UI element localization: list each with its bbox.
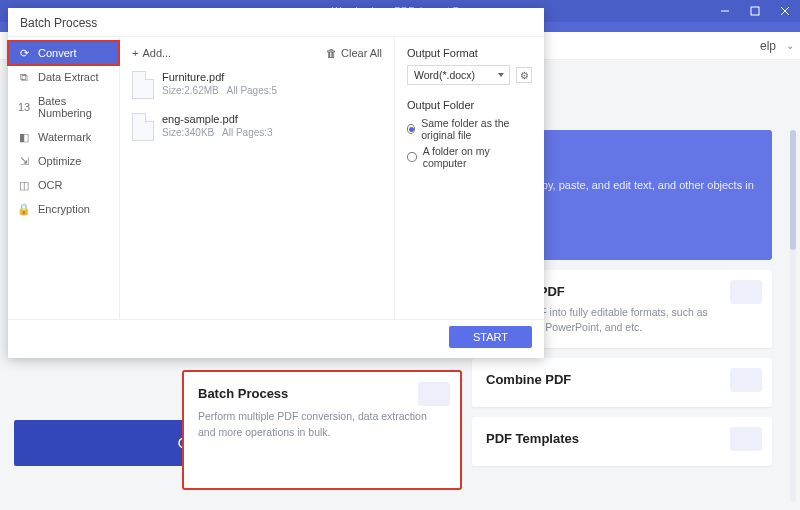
close-button[interactable] <box>770 0 800 22</box>
batch-process-dialog: Batch Process ⟳ Convert ⧉ Data Extract 1… <box>8 8 544 358</box>
ocr-icon: ◫ <box>18 179 30 191</box>
file-name: eng-sample.pdf <box>162 113 273 125</box>
sidebar-bates-label: Bates Numbering <box>38 95 109 119</box>
file-row[interactable]: Furniture.pdf Size:2.62MB All Pages:5 <box>132 67 382 109</box>
output-format-label: Output Format <box>407 47 532 59</box>
format-settings-button[interactable]: ⚙ <box>516 67 532 83</box>
batch-process-card[interactable]: Batch Process Perform multiple PDF conve… <box>182 370 462 490</box>
batch-title: Batch Process <box>198 386 446 401</box>
pdf-templates-card[interactable]: PDF Templates <box>472 417 772 466</box>
combine-pdf-card[interactable]: Combine PDF <box>472 358 772 407</box>
templates-title: PDF Templates <box>486 431 758 446</box>
menu-help-label: elp <box>760 39 776 53</box>
window-controls <box>710 0 800 22</box>
radio-custom-label: A folder on my computer <box>423 145 532 169</box>
minimize-button[interactable] <box>710 0 740 22</box>
scrollbar-thumb[interactable] <box>790 130 796 250</box>
number-icon: 13 <box>18 101 30 113</box>
convert-icon <box>730 280 762 304</box>
radio-same-folder[interactable]: Same folder as the original file <box>407 117 532 141</box>
file-row[interactable]: eng-sample.pdf Size:340KB All Pages:3 <box>132 109 382 151</box>
start-label: START <box>473 331 508 343</box>
file-pages: All Pages:5 <box>227 85 278 96</box>
radio-same-label: Same folder as the original file <box>421 117 532 141</box>
chevron-down-icon[interactable]: ⌄ <box>786 40 794 51</box>
sidebar-encryption-label: Encryption <box>38 203 90 215</box>
file-size: Size:2.62MB <box>162 85 219 96</box>
dialog-sidebar: ⟳ Convert ⧉ Data Extract 13 Bates Number… <box>8 37 120 319</box>
sidebar-item-watermark[interactable]: ◧ Watermark <box>8 125 119 149</box>
sidebar-item-encryption[interactable]: 🔒 Encryption <box>8 197 119 221</box>
gear-icon: ⚙ <box>520 70 529 81</box>
clear-label: Clear All <box>341 47 382 59</box>
file-size: Size:340KB <box>162 127 214 138</box>
combine-title: Combine PDF <box>486 372 758 387</box>
radio-custom-folder[interactable]: A folder on my computer <box>407 145 532 169</box>
batch-icon <box>418 382 450 406</box>
sidebar-convert-label: Convert <box>38 47 77 59</box>
dialog-footer: START <box>8 319 544 358</box>
templates-icon <box>730 427 762 451</box>
file-list-panel: + Add... 🗑 Clear All Furniture.pdf Size:… <box>120 37 394 319</box>
maximize-button[interactable] <box>740 0 770 22</box>
output-folder-label: Output Folder <box>407 99 532 111</box>
sidebar-optimize-label: Optimize <box>38 155 81 167</box>
file-icon <box>132 71 154 99</box>
optimize-icon: ⇲ <box>18 155 30 167</box>
sidebar-data-extract-label: Data Extract <box>38 71 99 83</box>
output-format-row: Word(*.docx) ⚙ <box>407 65 532 85</box>
lock-icon: 🔒 <box>18 203 30 215</box>
batch-desc-1: Perform multiple PDF conversion, data ex… <box>198 409 446 425</box>
trash-icon: 🗑 <box>326 47 337 59</box>
sidebar-item-optimize[interactable]: ⇲ Optimize <box>8 149 119 173</box>
plus-icon: + <box>132 47 138 59</box>
radio-dot-icon <box>407 152 417 162</box>
clear-all-button[interactable]: 🗑 Clear All <box>326 47 382 59</box>
menu-help[interactable]: elp <box>760 39 776 53</box>
output-format-value: Word(*.docx) <box>414 69 475 81</box>
add-label: Add... <box>142 47 171 59</box>
sidebar-ocr-label: OCR <box>38 179 62 191</box>
file-pages: All Pages:3 <box>222 127 273 138</box>
sidebar-item-ocr[interactable]: ◫ OCR <box>8 173 119 197</box>
sidebar-item-convert[interactable]: ⟳ Convert <box>8 41 119 65</box>
file-meta: Size:2.62MB All Pages:5 <box>162 85 277 96</box>
file-info: eng-sample.pdf Size:340KB All Pages:3 <box>162 113 273 138</box>
start-button[interactable]: START <box>449 326 532 348</box>
dialog-title: Batch Process <box>8 8 544 36</box>
batch-desc-2: and more operations in bulk. <box>198 425 446 441</box>
cube-icon: ⧉ <box>18 71 30 83</box>
file-name: Furniture.pdf <box>162 71 277 83</box>
watermark-icon: ◧ <box>18 131 30 143</box>
sidebar-item-bates[interactable]: 13 Bates Numbering <box>8 89 119 125</box>
scrollbar[interactable] <box>790 130 796 502</box>
file-meta: Size:340KB All Pages:3 <box>162 127 273 138</box>
svg-rect-1 <box>751 7 759 15</box>
output-format-select[interactable]: Word(*.docx) <box>407 65 510 85</box>
sidebar-item-data-extract[interactable]: ⧉ Data Extract <box>8 65 119 89</box>
file-list-toolbar: + Add... 🗑 Clear All <box>132 47 382 59</box>
combine-icon <box>730 368 762 392</box>
file-info: Furniture.pdf Size:2.62MB All Pages:5 <box>162 71 277 96</box>
add-file-button[interactable]: + Add... <box>132 47 171 59</box>
output-panel: Output Format Word(*.docx) ⚙ Output Fold… <box>394 37 544 319</box>
dialog-body: ⟳ Convert ⧉ Data Extract 13 Bates Number… <box>8 36 544 319</box>
sidebar-watermark-label: Watermark <box>38 131 91 143</box>
refresh-icon: ⟳ <box>18 47 30 59</box>
radio-dot-icon <box>407 124 415 134</box>
file-icon <box>132 113 154 141</box>
